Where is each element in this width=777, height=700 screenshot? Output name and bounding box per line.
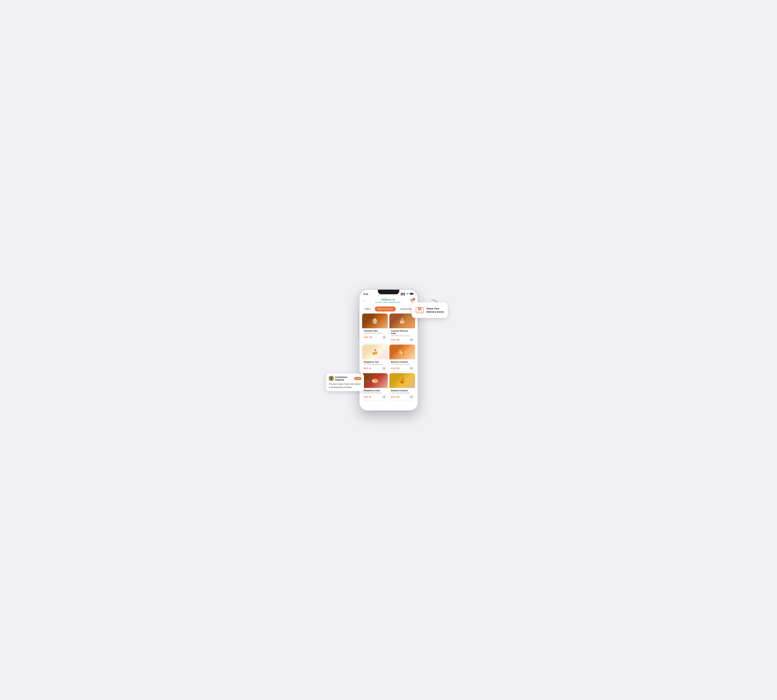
battery-icon xyxy=(410,293,414,295)
signal-icon: ▌▌▌ xyxy=(401,293,406,295)
raspberry-tart-visual: 🍰 xyxy=(362,345,388,359)
rating-number: 5 xyxy=(356,377,357,380)
delivery-address[interactable]: Canada: 1095 Lakeview Ave › xyxy=(368,301,409,303)
product-info-raspberry-cake: Raspberry Cake Tart With Taste Raspberry… xyxy=(362,388,388,400)
product-price-banana-caramel: EGP 150 xyxy=(391,367,400,370)
product-card-caramel-cake[interactable]: 🧁 Caramel Cake Cake With Taste Caramel E… xyxy=(362,313,388,343)
delivery-label: Delivery to xyxy=(368,298,409,301)
notch xyxy=(378,290,399,294)
product-price-caramel-cake: EGP 150 xyxy=(364,336,373,338)
product-footer-caramel-cake: EGP 150 ⊕ xyxy=(364,335,386,339)
caramel-mousse-visual: 🎂 xyxy=(389,313,415,328)
product-card-banana-caramel[interactable]: 🥞 Banana Caramel Cake With Taste Caramel… xyxy=(389,345,415,372)
svg-rect-2 xyxy=(410,293,413,294)
product-info-banana-caramel: Banana Caramel Cake With Taste Caramel E… xyxy=(389,359,415,372)
product-card-caramel-mousse[interactable]: 🎂 Caramel Mousse Cake Cake With Taste Ca… xyxy=(389,313,415,343)
product-desc-banana-caramel-2: Cake With Taste Caramel xyxy=(391,392,413,394)
product-info-banana-caramel-2: Banana Caramel Cake With Taste Caramel E… xyxy=(389,388,415,400)
delivery-zones-tooltip[interactable]: Setup Your Delivery Zones xyxy=(412,302,448,318)
product-grid: 🧁 Caramel Cake Cake With Taste Caramel E… xyxy=(362,313,415,403)
add-raspberry-tart-button[interactable]: ⊕ xyxy=(382,366,386,370)
phone-screen: 9:41 ▌▌▌ xyxy=(359,290,418,410)
product-image-caramel-mousse: 🎂 xyxy=(389,313,415,328)
product-name-banana-caramel-2: Banana Caramel xyxy=(391,389,413,392)
category-tabs: Offers Tarts And Cakes Oriental Desserts… xyxy=(362,305,415,313)
header-center: Delivery to Canada: 1095 Lakeview Ave › xyxy=(368,298,409,303)
svg-rect-1 xyxy=(413,293,414,294)
add-caramel-mousse-button[interactable]: ⊕ xyxy=(409,338,413,342)
volume-down-button xyxy=(358,330,359,339)
product-name-caramel-cake: Caramel Cake xyxy=(364,330,386,332)
product-card-raspberry-tart[interactable]: 🍰 Raspberry Tart Tart With Taste Raspber… xyxy=(362,345,388,372)
tab-tarts-cakes[interactable]: Tarts And Cakes xyxy=(375,307,396,312)
map-delivery-icon xyxy=(415,306,424,315)
banana-caramel-visual: 🥞 xyxy=(389,345,415,359)
status-time: 9:41 xyxy=(363,293,368,295)
product-info-caramel-cake: Caramel Cake Cake With Taste Caramel EGP… xyxy=(362,328,388,340)
product-desc-caramel-mousse: Cake With Taste Caramel xyxy=(391,335,413,337)
product-desc-raspberry-cake: Tart With Taste Raspberry xyxy=(364,392,386,394)
product-name-raspberry-cake: Raspberry Cake xyxy=(364,389,386,392)
review-header: 👤 Customers Express 5 ⭐ xyxy=(329,376,361,381)
caramel-cake-visual: 🧁 xyxy=(362,313,388,328)
banana-caramel-2-visual: 🍯 xyxy=(389,373,415,388)
add-banana-caramel-button[interactable]: ⊕ xyxy=(409,366,413,370)
product-card-banana-caramel-2[interactable]: 🍯 Banana Caramel Cake With Taste Caramel… xyxy=(389,373,415,400)
svg-point-3 xyxy=(411,302,412,302)
rating-star: ⭐ xyxy=(357,377,360,380)
product-image-banana-caramel-2: 🍯 xyxy=(389,373,415,388)
screen-content: ← Delivery to Canada: 1095 Lakeview Ave … xyxy=(359,297,418,410)
product-desc-caramel-cake: Cake With Taste Caramel xyxy=(364,332,386,334)
product-desc-banana-caramel: Cake With Taste Caramel xyxy=(391,363,413,365)
add-raspberry-cake-button[interactable]: ⊕ xyxy=(382,395,386,399)
back-button[interactable]: ← xyxy=(362,299,368,303)
cart-badge: 2 xyxy=(413,298,415,300)
add-caramel-cake-button[interactable]: ⊕ xyxy=(382,335,386,339)
product-price-caramel-mousse: EGP 150 xyxy=(391,338,400,341)
product-image-raspberry-tart: 🍰 xyxy=(362,345,388,359)
phone-shell: 9:41 ▌▌▌ xyxy=(359,289,418,411)
app-header: ← Delivery to Canada: 1095 Lakeview Ave … xyxy=(362,297,415,305)
rating-badge: 5 ⭐ xyxy=(354,377,361,380)
svg-point-7 xyxy=(419,308,420,309)
delivery-tooltip-text: Setup Your Delivery Zones xyxy=(426,307,444,313)
status-icons: ▌▌▌ xyxy=(401,293,414,295)
product-name-caramel-mousse: Caramel Mousse Cake xyxy=(391,330,413,335)
product-name-banana-caramel: Banana Caramel xyxy=(391,361,413,363)
volume-up-button xyxy=(358,318,359,328)
product-image-caramel-cake: 🧁 xyxy=(362,313,388,328)
product-price-raspberry-cake: EGP 16 xyxy=(364,396,371,398)
product-footer-banana-caramel: EGP 150 ⊕ xyxy=(391,366,413,370)
product-price-banana-caramel-2: EGP 150 xyxy=(391,396,400,398)
product-footer-raspberry-cake: EGP 16 ⊕ xyxy=(364,395,386,399)
mute-button xyxy=(358,310,359,316)
reviewer-avatar: 👤 xyxy=(329,376,334,381)
wifi-icon xyxy=(406,293,409,295)
tab-offers[interactable]: Offers xyxy=(362,307,373,312)
customer-review-tooltip: 👤 Customers Express 5 ⭐ The best crepe I… xyxy=(326,373,364,391)
review-text: The best crepe I have ever tasted in all… xyxy=(329,382,361,389)
svg-point-4 xyxy=(413,302,413,302)
product-desc-raspberry-tart: Tart With Taste Raspberry xyxy=(364,363,386,365)
scene: 9:41 ▌▌▌ xyxy=(333,283,444,417)
add-banana-caramel-2-button[interactable]: ⊕ xyxy=(409,395,413,399)
product-name-raspberry-tart: Raspberry Tart xyxy=(364,361,386,363)
product-footer-caramel-mousse: EGP 150 ⊕ xyxy=(391,338,413,342)
reviewer-name: Customers Express xyxy=(335,376,353,381)
product-image-banana-caramel: 🥞 xyxy=(389,345,415,359)
product-info-caramel-mousse: Caramel Mousse Cake Cake With Taste Cara… xyxy=(389,328,415,343)
product-price-raspberry-tart: EGP 16 xyxy=(364,367,371,370)
product-footer-banana-caramel-2: EGP 150 ⊕ xyxy=(391,395,413,399)
